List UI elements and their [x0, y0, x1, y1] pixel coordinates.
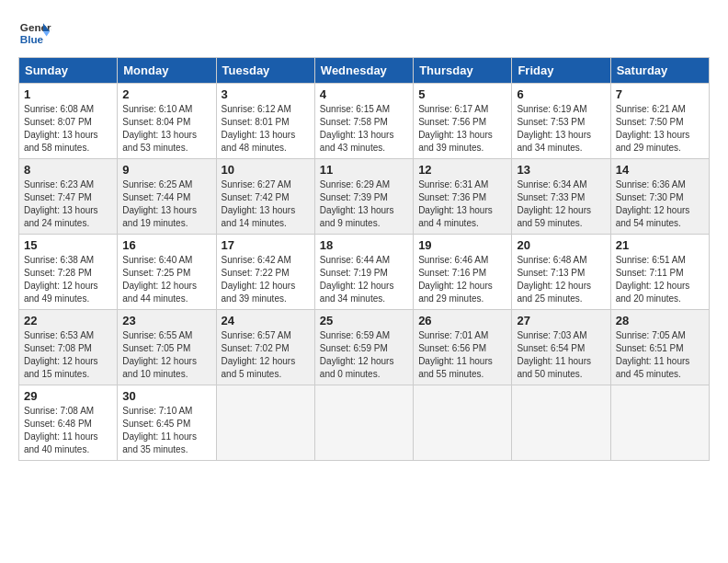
- day-info: Sunrise: 6:53 AM Sunset: 7:08 PM Dayligh…: [24, 329, 112, 381]
- day-info: Sunrise: 6:51 AM Sunset: 7:11 PM Dayligh…: [616, 254, 704, 305]
- day-info: Sunrise: 7:10 AM Sunset: 6:45 PM Dayligh…: [122, 405, 210, 456]
- day-number: 2: [122, 87, 210, 101]
- calendar-week-row: 1Sunrise: 6:08 AM Sunset: 8:07 PM Daylig…: [19, 84, 710, 159]
- calendar-day-cell: 13Sunrise: 6:34 AM Sunset: 7:33 PM Dayli…: [512, 159, 610, 235]
- calendar-day-cell: 16Sunrise: 6:40 AM Sunset: 7:25 PM Dayli…: [118, 235, 216, 310]
- calendar-day-cell: 19Sunrise: 6:46 AM Sunset: 7:16 PM Dayli…: [414, 235, 512, 310]
- calendar-day-cell: [314, 385, 413, 461]
- calendar-week-row: 8Sunrise: 6:23 AM Sunset: 7:47 PM Daylig…: [19, 159, 710, 235]
- calendar-day-cell: [610, 385, 709, 461]
- day-info: Sunrise: 6:38 AM Sunset: 7:28 PM Dayligh…: [24, 254, 112, 305]
- day-number: 9: [122, 163, 210, 177]
- weekday-header-monday: Monday: [118, 58, 216, 84]
- day-number: 21: [616, 238, 704, 252]
- day-info: Sunrise: 6:36 AM Sunset: 7:30 PM Dayligh…: [616, 178, 704, 230]
- day-info: Sunrise: 6:48 AM Sunset: 7:13 PM Dayligh…: [517, 254, 605, 305]
- day-info: Sunrise: 7:05 AM Sunset: 6:51 PM Dayligh…: [616, 329, 704, 381]
- day-number: 26: [418, 314, 506, 327]
- calendar-day-cell: 8Sunrise: 6:23 AM Sunset: 7:47 PM Daylig…: [19, 159, 118, 235]
- day-info: Sunrise: 6:10 AM Sunset: 8:04 PM Dayligh…: [122, 103, 210, 155]
- calendar-day-cell: 4Sunrise: 6:15 AM Sunset: 7:58 PM Daylig…: [314, 84, 413, 159]
- calendar-day-cell: 27Sunrise: 7:03 AM Sunset: 6:54 PM Dayli…: [512, 310, 610, 385]
- page: General Blue SundayMondayTuesdayWednesda…: [0, 0, 728, 563]
- day-info: Sunrise: 6:46 AM Sunset: 7:16 PM Dayligh…: [418, 254, 506, 305]
- calendar-day-cell: 23Sunrise: 6:55 AM Sunset: 7:05 PM Dayli…: [118, 310, 216, 385]
- calendar-day-cell: 22Sunrise: 6:53 AM Sunset: 7:08 PM Dayli…: [19, 310, 118, 385]
- day-info: Sunrise: 6:40 AM Sunset: 7:25 PM Dayligh…: [122, 254, 210, 305]
- day-info: Sunrise: 6:12 AM Sunset: 8:01 PM Dayligh…: [222, 103, 310, 155]
- calendar-day-cell: 24Sunrise: 6:57 AM Sunset: 7:02 PM Dayli…: [216, 310, 314, 385]
- day-number: 29: [24, 389, 112, 403]
- day-number: 18: [320, 238, 408, 252]
- day-number: 27: [517, 314, 605, 327]
- day-number: 11: [320, 163, 408, 177]
- day-number: 5: [418, 87, 506, 101]
- calendar-day-cell: 17Sunrise: 6:42 AM Sunset: 7:22 PM Dayli…: [216, 235, 314, 310]
- day-info: Sunrise: 6:17 AM Sunset: 7:56 PM Dayligh…: [418, 103, 506, 155]
- calendar-day-cell: 26Sunrise: 7:01 AM Sunset: 6:56 PM Dayli…: [414, 310, 512, 385]
- day-number: 23: [122, 314, 210, 327]
- day-info: Sunrise: 6:27 AM Sunset: 7:42 PM Dayligh…: [222, 178, 310, 230]
- calendar-day-cell: 29Sunrise: 7:08 AM Sunset: 6:48 PM Dayli…: [19, 385, 118, 461]
- header: General Blue: [18, 17, 710, 50]
- day-number: 15: [24, 238, 112, 252]
- day-number: 28: [616, 314, 704, 327]
- calendar-day-cell: 6Sunrise: 6:19 AM Sunset: 7:53 PM Daylig…: [512, 84, 610, 159]
- calendar-day-cell: 12Sunrise: 6:31 AM Sunset: 7:36 PM Dayli…: [414, 159, 512, 235]
- calendar-day-cell: 21Sunrise: 6:51 AM Sunset: 7:11 PM Dayli…: [610, 235, 709, 310]
- day-number: 25: [320, 314, 408, 327]
- calendar-week-row: 29Sunrise: 7:08 AM Sunset: 6:48 PM Dayli…: [19, 385, 710, 461]
- weekday-header-thursday: Thursday: [414, 58, 512, 84]
- calendar-day-cell: 20Sunrise: 6:48 AM Sunset: 7:13 PM Dayli…: [512, 235, 610, 310]
- calendar-day-cell: 3Sunrise: 6:12 AM Sunset: 8:01 PM Daylig…: [216, 84, 314, 159]
- weekday-header-sunday: Sunday: [19, 58, 118, 84]
- calendar-day-cell: 25Sunrise: 6:59 AM Sunset: 6:59 PM Dayli…: [314, 310, 413, 385]
- weekday-header-wednesday: Wednesday: [314, 58, 413, 84]
- day-info: Sunrise: 6:55 AM Sunset: 7:05 PM Dayligh…: [122, 329, 210, 381]
- day-info: Sunrise: 6:25 AM Sunset: 7:44 PM Dayligh…: [122, 178, 210, 230]
- day-number: 6: [517, 87, 605, 101]
- logo: General Blue: [18, 17, 51, 50]
- day-number: 3: [222, 87, 310, 101]
- day-number: 14: [616, 163, 704, 177]
- calendar-day-cell: 11Sunrise: 6:29 AM Sunset: 7:39 PM Dayli…: [314, 159, 413, 235]
- logo-icon: General Blue: [18, 17, 51, 50]
- day-info: Sunrise: 6:15 AM Sunset: 7:58 PM Dayligh…: [320, 103, 408, 155]
- calendar-day-cell: 9Sunrise: 6:25 AM Sunset: 7:44 PM Daylig…: [118, 159, 216, 235]
- weekday-header-tuesday: Tuesday: [216, 58, 314, 84]
- calendar-day-cell: 10Sunrise: 6:27 AM Sunset: 7:42 PM Dayli…: [216, 159, 314, 235]
- day-info: Sunrise: 7:01 AM Sunset: 6:56 PM Dayligh…: [418, 329, 506, 381]
- day-info: Sunrise: 6:34 AM Sunset: 7:33 PM Dayligh…: [517, 178, 605, 230]
- calendar-day-cell: 14Sunrise: 6:36 AM Sunset: 7:30 PM Dayli…: [610, 159, 709, 235]
- calendar-day-cell: 15Sunrise: 6:38 AM Sunset: 7:28 PM Dayli…: [19, 235, 118, 310]
- calendar-day-cell: 1Sunrise: 6:08 AM Sunset: 8:07 PM Daylig…: [19, 84, 118, 159]
- day-number: 12: [418, 163, 506, 177]
- calendar-table: SundayMondayTuesdayWednesdayThursdayFrid…: [18, 57, 710, 461]
- day-number: 19: [418, 238, 506, 252]
- day-number: 4: [320, 87, 408, 101]
- day-number: 13: [517, 163, 605, 177]
- weekday-header-saturday: Saturday: [610, 58, 709, 84]
- day-number: 24: [222, 314, 310, 327]
- day-number: 8: [24, 163, 112, 177]
- day-info: Sunrise: 6:21 AM Sunset: 7:50 PM Dayligh…: [616, 103, 704, 155]
- day-info: Sunrise: 6:44 AM Sunset: 7:19 PM Dayligh…: [320, 254, 408, 305]
- calendar-day-cell: [216, 385, 314, 461]
- day-number: 16: [122, 238, 210, 252]
- calendar-week-row: 15Sunrise: 6:38 AM Sunset: 7:28 PM Dayli…: [19, 235, 710, 310]
- calendar-day-cell: [512, 385, 610, 461]
- weekday-header-row: SundayMondayTuesdayWednesdayThursdayFrid…: [19, 58, 710, 84]
- day-number: 7: [616, 87, 704, 101]
- day-info: Sunrise: 6:19 AM Sunset: 7:53 PM Dayligh…: [517, 103, 605, 155]
- calendar-day-cell: 5Sunrise: 6:17 AM Sunset: 7:56 PM Daylig…: [414, 84, 512, 159]
- day-number: 20: [517, 238, 605, 252]
- day-number: 10: [222, 163, 310, 177]
- day-number: 30: [122, 389, 210, 403]
- day-info: Sunrise: 6:29 AM Sunset: 7:39 PM Dayligh…: [320, 178, 408, 230]
- day-info: Sunrise: 6:31 AM Sunset: 7:36 PM Dayligh…: [418, 178, 506, 230]
- day-number: 17: [222, 238, 310, 252]
- day-info: Sunrise: 6:42 AM Sunset: 7:22 PM Dayligh…: [222, 254, 310, 305]
- weekday-header-friday: Friday: [512, 58, 610, 84]
- calendar-week-row: 22Sunrise: 6:53 AM Sunset: 7:08 PM Dayli…: [19, 310, 710, 385]
- day-info: Sunrise: 6:08 AM Sunset: 8:07 PM Dayligh…: [24, 103, 112, 155]
